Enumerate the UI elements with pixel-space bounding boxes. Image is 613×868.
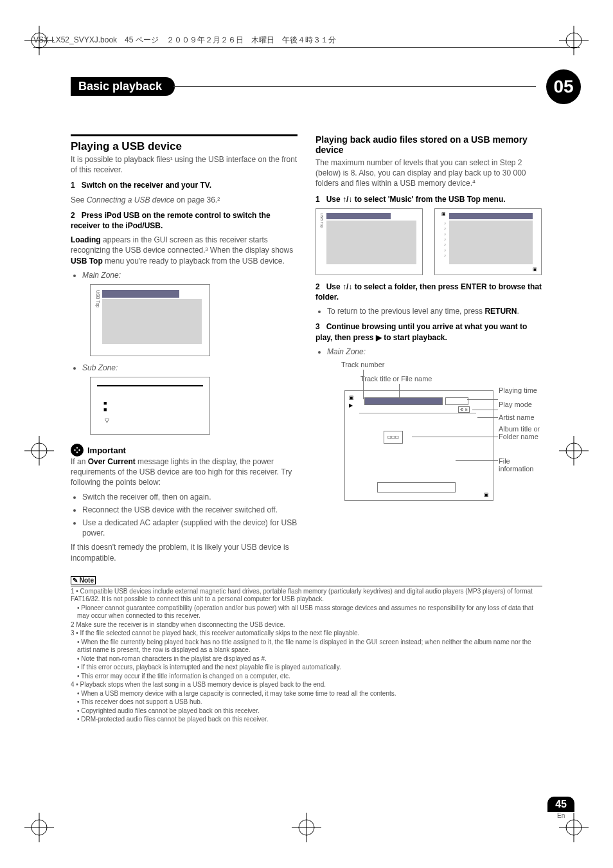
- intro-text: It is possible to playback files¹ using …: [71, 154, 298, 175]
- subzone-label: Sub Zone:: [82, 363, 298, 373]
- right-intro: The maximum number of levels that you ca…: [315, 158, 542, 189]
- callout-file-info: File information: [499, 457, 542, 473]
- book-header-text: VSX-LX52_SVYXJ.book 45 ページ ２００９年２月２６日 木曜…: [33, 35, 336, 44]
- notes-section: ✎ Note 1 • Compatible USB devices includ…: [71, 576, 542, 724]
- step-1: 1Switch on the receiver and your TV.: [71, 180, 298, 190]
- crop-mark-icon: [24, 813, 54, 842]
- callout-track-title: Track title or File name: [360, 375, 432, 383]
- section-heading-playback-usb-memory: Playing back audio files stored on a USB…: [315, 134, 542, 155]
- callout-album-title: Album title or Folder name: [499, 425, 556, 440]
- right-step-2-bullet: To return to the previous level any time…: [327, 306, 542, 316]
- gui-screenshot-row: USB Top ▣ ♪♪♪♪♪♪♪ ▣: [315, 208, 542, 275]
- gui-diagram-now-playing: ▣ ▶ ⟲ ⤭ ◻◻◻ ▣: [344, 390, 493, 501]
- page-lang: En: [547, 812, 574, 819]
- gui-screenshot-music-list: ▣ ♪♪♪♪♪♪♪ ▣: [434, 208, 542, 275]
- chapter-rule: [173, 86, 536, 87]
- note-item: 2 Make sure the receiver is in standby w…: [71, 621, 542, 629]
- important-text: If an Over Current message lights in the…: [71, 457, 298, 488]
- crop-mark-icon: [24, 436, 54, 466]
- chapter-title: Basic playback: [71, 77, 175, 96]
- section-heading-playing-usb: Playing a USB device: [71, 134, 298, 153]
- step-1-body: See Connecting a USB device on page 36.²: [71, 195, 298, 205]
- right-step-1: 1Use ↑/↓ to select 'Music' from the USB …: [315, 194, 542, 204]
- step-number: 2: [71, 211, 75, 220]
- step-number: 2: [315, 282, 320, 291]
- closing-text: If this doesn't remedy the problem, it i…: [71, 542, 298, 563]
- step-2: 2Press iPod USB on the remote control to…: [71, 210, 298, 231]
- step-number: 1: [71, 181, 75, 190]
- chapter-number: 05: [546, 69, 581, 104]
- right-step-2: 2Use ↑/↓ to select a folder, then press …: [315, 282, 542, 302]
- mainzone-label: Main Zone:: [82, 270, 298, 280]
- callout-play-mode: Play mode: [499, 401, 532, 408]
- note-item: • Note that non-roman characters in the …: [71, 655, 542, 664]
- note-item: • When a USB memory device with a large …: [71, 690, 542, 698]
- step-number: 3: [315, 322, 320, 331]
- callout-track-number: Track number: [341, 361, 384, 368]
- callout-artist-name: Artist name: [499, 413, 535, 421]
- note-item: • When the file currently being played b…: [71, 638, 542, 655]
- step-title: Press iPod USB on the remote control to …: [71, 211, 271, 230]
- note-item: • Pioneer cannot guarantee compatibility…: [71, 604, 542, 620]
- important-bullet: Reconnect the USB device with the receiv…: [82, 505, 298, 515]
- step-2-body: Loading appears in the GUI screen as thi…: [71, 235, 298, 266]
- important-label: Important: [87, 446, 126, 455]
- step-title: Use ↑/↓ to select a folder, then press E…: [315, 282, 542, 302]
- note-item: • DRM-protected audio files cannot be pl…: [71, 716, 542, 724]
- crop-mark-icon: [292, 813, 321, 842]
- note-item: • Copyrighted audio files cannot be play…: [71, 707, 542, 716]
- important-bullet: Use a dedicated AC adapter (supplied wit…: [82, 518, 298, 538]
- note-label: ✎ Note: [71, 576, 96, 584]
- important-bullet: Switch the receiver off, then on again.: [82, 492, 298, 502]
- step-title: Switch on the receiver and your TV.: [82, 181, 211, 190]
- step-title-b: to start playback.: [382, 333, 447, 342]
- mainzone-label: Main Zone:: [327, 347, 542, 357]
- step-title: Use ↑/↓ to select 'Music' from the USB T…: [326, 195, 506, 204]
- page-number: 45: [547, 797, 574, 812]
- gui-screenshot-mainzone: USB Top: [90, 284, 210, 356]
- book-header: VSX-LX52_SVYXJ.book 45 ページ ２００９年２月２６日 木曜…: [33, 35, 580, 48]
- note-item: 3 • If the file selected cannot be playe…: [71, 629, 542, 638]
- note-item: 4 • Playback stops when the last song in…: [71, 681, 542, 689]
- gui-screenshot-subzone: ■■ ▽: [90, 377, 210, 435]
- callout-playing-time: Playing time: [499, 386, 537, 394]
- note-item: • This receiver does not support a USB h…: [71, 698, 542, 707]
- crop-mark-icon: [559, 436, 589, 466]
- note-item: • If this error occurs, playback is inte…: [71, 664, 542, 672]
- note-item: • This error may occur if the title info…: [71, 673, 542, 681]
- important-icon: [71, 444, 84, 457]
- step-number: 1: [315, 195, 320, 204]
- page-number-badge: 45 En: [547, 797, 574, 819]
- note-item: 1 • Compatible USB devices include exter…: [71, 588, 542, 604]
- right-step-3: 3Continue browsing until you arrive at w…: [315, 321, 542, 342]
- gui-screenshot-usb-top: USB Top: [315, 208, 423, 275]
